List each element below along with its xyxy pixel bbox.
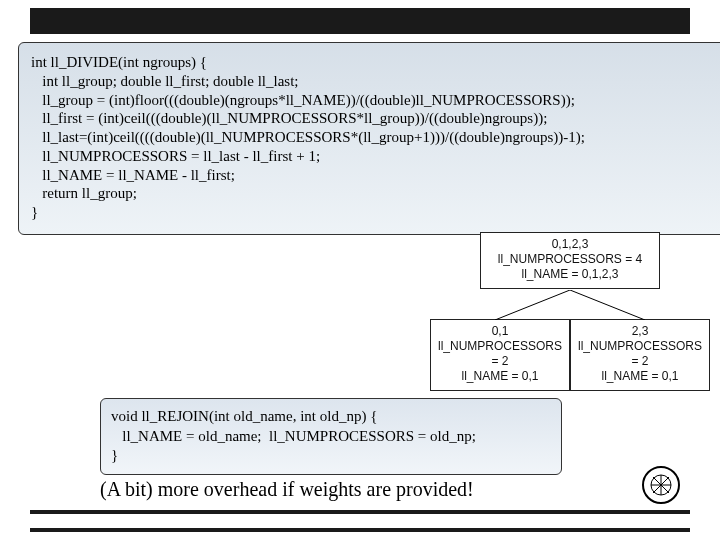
svg-line-1 (570, 290, 645, 320)
diagram-ids: 0,1 (435, 324, 565, 339)
diagram-connectors (430, 290, 710, 320)
diagram-ids: 2,3 (575, 324, 705, 339)
code-line: } (31, 203, 719, 222)
diagram-name: ll_NAME = 0,1 (435, 369, 565, 384)
code-panel-divide: int ll_DIVIDE(int ngroups) { int ll_grou… (18, 42, 720, 235)
diagram-ids: 0,1,2,3 (485, 237, 655, 252)
code-line: return ll_group; (31, 184, 719, 203)
diagram-root-box: 0,1,2,3 ll_NUMPROCESSORS = 4 ll_NAME = 0… (480, 232, 660, 289)
diagram-np: ll_NUMPROCESSORS = 2 (575, 339, 705, 369)
logo-icon (642, 466, 680, 504)
code-panel-rejoin: void ll_REJOIN(int old_name, int old_np)… (100, 398, 562, 475)
caption-text: (A bit) more overhead if weights are pro… (100, 478, 640, 501)
bottom-rule (30, 510, 690, 532)
diagram-right-box: 2,3 ll_NUMPROCESSORS = 2 ll_NAME = 0,1 (570, 319, 710, 391)
code-line: ll_NAME = ll_NAME - ll_first; (31, 166, 719, 185)
code-line: ll_first = (int)ceil(((double)(ll_NUMPRO… (31, 109, 719, 128)
svg-line-0 (495, 290, 570, 320)
code-line: ll_group = (int)floor(((double)(ngroups*… (31, 91, 719, 110)
code-line: int ll_group; double ll_first; double ll… (31, 72, 719, 91)
code-line: ll_last=(int)ceil((((double)(ll_NUMPROCE… (31, 128, 719, 147)
code-line: ll_NUMPROCESSORS = ll_last - ll_first + … (31, 147, 719, 166)
code-line: int ll_DIVIDE(int ngroups) { (31, 53, 719, 72)
top-rule (30, 8, 690, 34)
diagram-name: ll_NAME = 0,1,2,3 (485, 267, 655, 282)
diagram-name: ll_NAME = 0,1 (575, 369, 705, 384)
processor-diagram: 0,1,2,3 ll_NUMPROCESSORS = 4 ll_NAME = 0… (430, 232, 710, 391)
code-line: ll_NAME = old_name; ll_NUMPROCESSORS = o… (111, 427, 551, 447)
code-line: } (111, 446, 551, 466)
diagram-np: ll_NUMPROCESSORS = 4 (485, 252, 655, 267)
diagram-left-box: 0,1 ll_NUMPROCESSORS = 2 ll_NAME = 0,1 (430, 319, 570, 391)
diagram-np: ll_NUMPROCESSORS = 2 (435, 339, 565, 369)
code-line: void ll_REJOIN(int old_name, int old_np)… (111, 407, 551, 427)
